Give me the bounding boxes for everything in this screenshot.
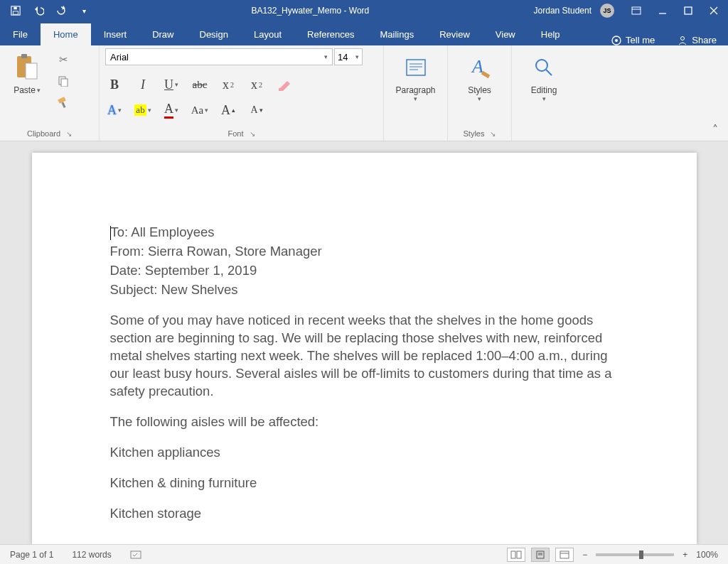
- page-indicator[interactable]: Page 1 of 1: [10, 550, 53, 560]
- close-icon[interactable]: [702, 0, 725, 21]
- memo-body[interactable]: Some of you may have noticed in recent w…: [110, 312, 619, 401]
- zoom-out-button[interactable]: −: [579, 550, 590, 560]
- search-icon: [530, 51, 558, 84]
- zoom-slider[interactable]: [596, 553, 674, 556]
- user-name[interactable]: Jordan Student JS: [527, 0, 621, 21]
- tab-references[interactable]: References: [294, 23, 367, 45]
- chevron-down-icon: ▾: [205, 107, 208, 114]
- tab-help[interactable]: Help: [528, 23, 573, 45]
- cut-icon[interactable]: ✂: [53, 51, 74, 68]
- svg-rect-6: [685, 7, 692, 14]
- document-page[interactable]: To: All Employees From: Sierra Rowan, St…: [32, 153, 697, 544]
- clipboard-group-label: Clipboard: [27, 129, 60, 138]
- editing-button[interactable]: Editing ▾: [523, 48, 565, 102]
- read-mode-icon[interactable]: [507, 548, 525, 562]
- paste-icon: [13, 51, 41, 84]
- change-case-button[interactable]: Aa▾: [191, 104, 209, 116]
- statusbar: Page 1 of 1 112 words − + 100%: [0, 544, 728, 564]
- grow-font-button[interactable]: A▴: [219, 103, 237, 118]
- zoom-in-button[interactable]: +: [680, 550, 690, 560]
- font-launcher-icon[interactable]: ↘: [250, 130, 255, 138]
- svg-rect-20: [407, 60, 425, 75]
- redo-icon[interactable]: [51, 0, 71, 21]
- svg-rect-13: [21, 54, 27, 58]
- svg-rect-19: [279, 88, 283, 91]
- ribbon-display-icon[interactable]: [624, 0, 648, 21]
- bold-button[interactable]: B: [105, 77, 124, 92]
- paragraph-button[interactable]: Paragraph ▾: [395, 48, 437, 102]
- styles-icon: A: [466, 51, 494, 84]
- svg-rect-2: [14, 7, 16, 10]
- copy-icon[interactable]: [53, 72, 74, 90]
- collapse-ribbon-icon[interactable]: ˄: [702, 119, 728, 141]
- clear-formatting-button[interactable]: [276, 78, 294, 91]
- zoom-thumb[interactable]: [639, 551, 643, 559]
- zoom-level[interactable]: 100%: [696, 550, 718, 560]
- minimize-icon[interactable]: [651, 0, 674, 21]
- tab-home[interactable]: Home: [41, 23, 91, 45]
- shrink-font-button[interactable]: A▾: [247, 104, 266, 116]
- quick-access-toolbar: ▾: [0, 0, 94, 21]
- svg-rect-33: [560, 551, 569, 558]
- svg-line-26: [546, 70, 552, 75]
- proofing-icon[interactable]: [130, 550, 143, 560]
- subscript-button[interactable]: x2: [219, 77, 237, 92]
- paragraph-icon: [402, 51, 430, 84]
- share-label: Share: [692, 35, 717, 45]
- styles-launcher-icon[interactable]: ↘: [490, 130, 496, 138]
- paste-label: Paste: [14, 85, 36, 95]
- styles-button[interactable]: A Styles ▾: [459, 48, 501, 102]
- memo-aisle-3[interactable]: Kitchen storage: [110, 505, 619, 523]
- font-size-value: 14: [338, 52, 348, 63]
- document-area[interactable]: To: All Employees From: Sierra Rowan, St…: [0, 141, 728, 544]
- underline-button[interactable]: U▾: [162, 77, 181, 92]
- text-effects-button[interactable]: A▾: [105, 103, 124, 118]
- italic-button[interactable]: I: [134, 77, 152, 92]
- tell-me-label: Tell me: [626, 35, 655, 45]
- memo-to[interactable]: To: All Employees: [110, 224, 619, 242]
- memo-subject[interactable]: Subject: New Shelves: [110, 281, 619, 299]
- tab-design[interactable]: Design: [187, 23, 241, 45]
- strikethrough-button[interactable]: abc: [191, 79, 209, 91]
- format-painter-icon[interactable]: [53, 94, 74, 111]
- font-size-select[interactable]: 14▾: [334, 48, 363, 65]
- tab-draw[interactable]: Draw: [139, 23, 186, 45]
- font-color-button[interactable]: A▾: [162, 102, 181, 119]
- memo-aisle-2[interactable]: Kitchen & dining furniture: [110, 474, 619, 492]
- svg-rect-29: [517, 551, 521, 558]
- print-layout-icon[interactable]: [531, 548, 550, 562]
- paragraph-label: Paragraph: [395, 85, 435, 95]
- memo-from[interactable]: From: Sierra Rowan, Store Manager: [110, 243, 619, 261]
- chevron-down-icon: ▾: [118, 107, 122, 114]
- styles-label: Styles: [468, 85, 491, 95]
- tab-mailings[interactable]: Mailings: [368, 23, 427, 45]
- maximize-icon[interactable]: [677, 0, 700, 21]
- clipboard-launcher-icon[interactable]: ↘: [66, 130, 72, 138]
- window-title: BA132_Hywater_Memo - Word: [94, 6, 527, 16]
- font-name-select[interactable]: Arial▾: [105, 48, 333, 65]
- web-layout-icon[interactable]: [555, 548, 574, 562]
- share-button[interactable]: Share: [666, 35, 728, 45]
- undo-icon[interactable]: [28, 0, 48, 21]
- svg-rect-16: [61, 79, 68, 87]
- svg-rect-28: [511, 551, 515, 558]
- save-icon[interactable]: [6, 0, 26, 21]
- memo-following[interactable]: The following aisles will be affected:: [110, 413, 619, 431]
- avatar: JS: [600, 4, 614, 18]
- tab-file[interactable]: File: [0, 23, 41, 45]
- memo-date[interactable]: Date: September 1, 2019: [110, 262, 619, 280]
- tab-layout[interactable]: Layout: [241, 23, 294, 45]
- tab-view[interactable]: View: [483, 23, 528, 45]
- tab-insert[interactable]: Insert: [91, 23, 140, 45]
- tell-me-button[interactable]: Tell me: [600, 35, 666, 45]
- svg-rect-17: [58, 97, 66, 104]
- chevron-down-icon: ▾: [148, 107, 151, 114]
- tab-review[interactable]: Review: [427, 23, 483, 45]
- paste-button[interactable]: Paste▾: [6, 48, 48, 95]
- qat-more-icon[interactable]: ▾: [74, 0, 94, 21]
- word-count[interactable]: 112 words: [72, 550, 111, 560]
- memo-aisle-1[interactable]: Kitchen appliances: [110, 444, 619, 462]
- superscript-button[interactable]: x2: [247, 77, 266, 92]
- svg-point-25: [536, 60, 547, 71]
- highlight-button[interactable]: ab▾: [134, 104, 152, 116]
